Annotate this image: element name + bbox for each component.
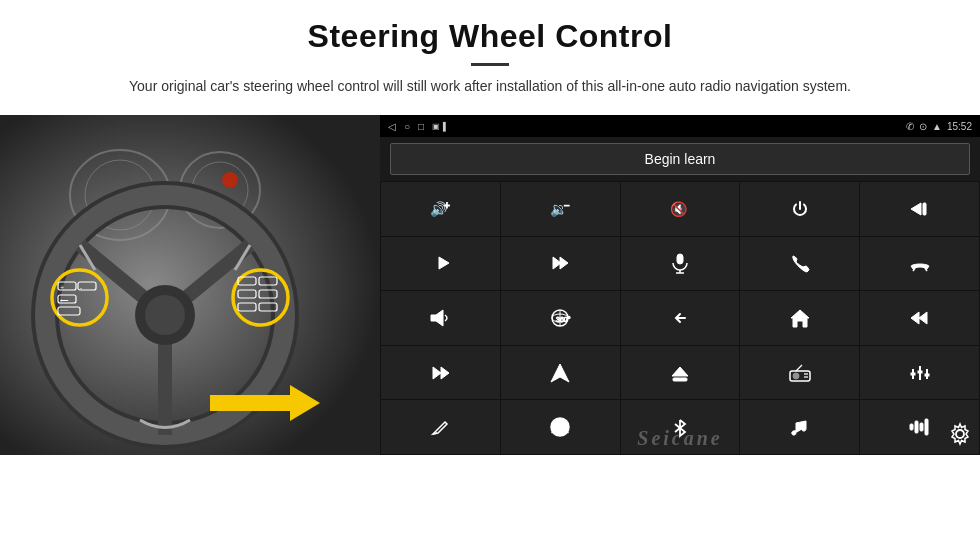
vol-down-cell[interactable]: 🔉−: [501, 182, 620, 236]
title-divider: [471, 63, 509, 66]
android-screen: ◁ ○ □ ▣▐ ✆ ⊙ ▲ 15:52 Begin learn: [380, 115, 980, 455]
phone-call-cell[interactable]: [740, 237, 859, 291]
steering-cell[interactable]: [501, 400, 620, 454]
radio-cell[interactable]: [740, 346, 859, 400]
svg-point-5: [222, 172, 238, 188]
vol-up-cell[interactable]: 🔊+: [381, 182, 500, 236]
svg-rect-66: [918, 371, 922, 373]
svg-rect-76: [910, 424, 913, 430]
svg-marker-44: [431, 310, 443, 326]
back-cell[interactable]: [621, 291, 740, 345]
page-title: Steering Wheel Control: [40, 18, 940, 55]
status-bar: ◁ ○ □ ▣▐ ✆ ⊙ ▲ 15:52: [380, 115, 980, 137]
next-track-cell[interactable]: [381, 237, 500, 291]
360-cell[interactable]: 360°: [501, 291, 620, 345]
power-cell[interactable]: [740, 182, 859, 236]
svg-point-80: [956, 430, 964, 438]
svg-marker-33: [911, 203, 921, 215]
skip-fwd-cell[interactable]: [381, 346, 500, 400]
back-nav-icon[interactable]: ◁: [388, 121, 396, 132]
svg-rect-56: [673, 378, 687, 381]
skip-back-cell[interactable]: [860, 291, 979, 345]
svg-point-70: [557, 424, 563, 430]
svg-marker-35: [439, 257, 449, 269]
mic-cell[interactable]: [621, 237, 740, 291]
vol-mute-cell[interactable]: 🔇: [621, 182, 740, 236]
pen-cell[interactable]: [381, 400, 500, 454]
svg-marker-38: [560, 257, 568, 269]
svg-marker-51: [919, 312, 927, 324]
recent-nav-icon[interactable]: □: [418, 121, 424, 132]
icon-grid: 🔊+ 🔉− 🔇: [380, 181, 980, 455]
begin-learn-row: Begin learn: [380, 137, 980, 181]
svg-line-68: [433, 433, 437, 434]
svg-marker-53: [441, 367, 449, 379]
wifi-status-icon: ▲: [932, 121, 942, 132]
svg-rect-34: [923, 203, 926, 215]
status-left: ◁ ○ □ ▣▐: [388, 121, 446, 132]
location-status-icon: ⊙: [919, 121, 927, 132]
svg-rect-78: [920, 423, 923, 431]
svg-rect-77: [915, 421, 918, 433]
svg-text:360°: 360°: [556, 316, 571, 323]
bluetooth-cell[interactable]: [621, 400, 740, 454]
svg-marker-49: [791, 310, 809, 327]
svg-text:🔇: 🔇: [670, 201, 688, 218]
begin-learn-button[interactable]: Begin learn: [390, 143, 970, 175]
home-nav-icon[interactable]: ○: [404, 121, 410, 132]
eq-cell[interactable]: [860, 346, 979, 400]
svg-rect-79: [925, 419, 928, 435]
svg-point-12: [145, 295, 185, 335]
time-display: 15:52: [947, 121, 972, 132]
svg-marker-50: [911, 312, 919, 324]
svg-rect-67: [925, 374, 929, 376]
hang-up-cell[interactable]: [860, 237, 979, 291]
svg-text:+: +: [444, 200, 450, 211]
svg-marker-54: [551, 364, 569, 382]
svg-rect-39: [677, 254, 683, 264]
ff-cell[interactable]: [501, 237, 620, 291]
content-row: + - ⟵: [0, 115, 980, 548]
header-section: Steering Wheel Control Your original car…: [0, 0, 980, 105]
music-cell[interactable]: [740, 400, 859, 454]
prev-track-cell[interactable]: [860, 182, 979, 236]
horn-cell[interactable]: [381, 291, 500, 345]
eject-cell[interactable]: [621, 346, 740, 400]
settings-gear-icon[interactable]: [948, 422, 972, 450]
page-container: Steering Wheel Control Your original car…: [0, 0, 980, 548]
svg-marker-55: [672, 367, 688, 376]
status-right: ✆ ⊙ ▲ 15:52: [906, 121, 972, 132]
svg-point-58: [793, 373, 799, 379]
svg-rect-65: [911, 373, 915, 375]
svg-marker-52: [433, 367, 441, 379]
svg-line-61: [796, 365, 802, 371]
svg-text:−: −: [564, 200, 570, 211]
navigate-cell[interactable]: [501, 346, 620, 400]
svg-text:+: +: [60, 284, 64, 291]
subtitle: Your original car's steering wheel contr…: [90, 76, 890, 97]
car-image-section: + - ⟵: [0, 115, 380, 455]
phone-status-icon: ✆: [906, 121, 914, 132]
media-status-icon: ▣▐: [432, 122, 446, 131]
home-cell[interactable]: [740, 291, 859, 345]
svg-text:⟵: ⟵: [60, 298, 69, 304]
